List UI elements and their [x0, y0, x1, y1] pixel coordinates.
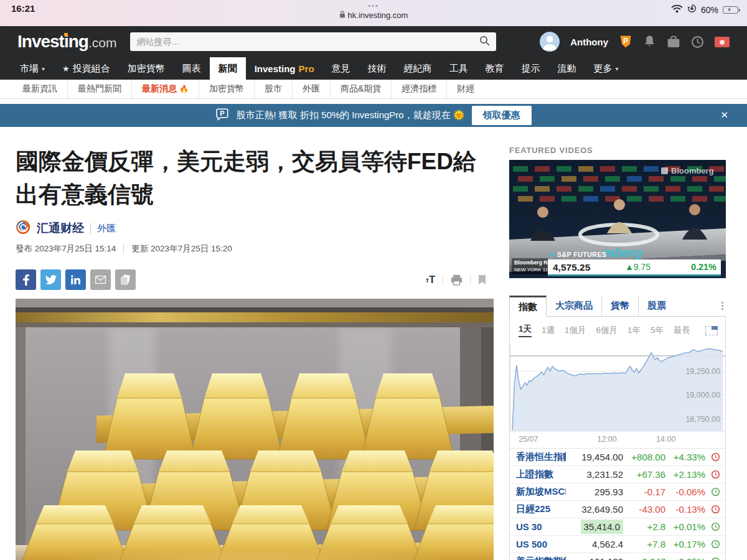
share-twitter-button[interactable]	[40, 269, 61, 290]
range-1週[interactable]: 1週	[542, 325, 555, 336]
subnav-item-economic[interactable]: 經濟指標	[391, 80, 446, 98]
print-button[interactable]	[443, 274, 470, 286]
subnav-item-crypto[interactable]: 加密貨幣	[199, 80, 254, 98]
user-name[interactable]: Anthony	[570, 37, 608, 47]
widget-kebab-icon[interactable]	[719, 296, 726, 316]
investing-logo[interactable]: Investing.com	[17, 32, 116, 52]
market-widget: 指數大宗商品貨幣股票 1天1週1個月6個月1年5年最長 19,250.0019,…	[509, 296, 726, 560]
investingpro-badge-icon[interactable]: P	[619, 34, 632, 49]
source-name[interactable]: 汇通财经	[37, 220, 84, 236]
nav-item-mobile[interactable]: 流動	[549, 57, 585, 80]
tab-dots[interactable]: •••	[0, 2, 747, 9]
table-row[interactable]: US 3035,414.0+2.8+0.01%	[510, 518, 725, 536]
svg-text:18,750.00: 18,750.00	[685, 415, 720, 424]
nav-item-more[interactable]: 更多▾	[585, 57, 627, 80]
claim-offer-button[interactable]: 領取優惠	[472, 106, 532, 125]
range-1天[interactable]: 1天	[519, 324, 532, 337]
nav-item-brokers[interactable]: 經紀商	[395, 57, 441, 80]
star-icon: ★	[62, 64, 70, 73]
text-size-button[interactable]: тT	[418, 274, 443, 286]
subnav-item-latest[interactable]: 最新資訊	[12, 80, 67, 98]
url-bar[interactable]: hk.investing.com	[0, 11, 747, 20]
share-email-button[interactable]	[90, 269, 111, 290]
chart-expand-icon[interactable]	[705, 326, 718, 335]
table-row[interactable]: 上證指數3,231.52+67.36+2.13%	[510, 466, 725, 483]
table-row[interactable]: US 5004,562.4+7.8+0.17%	[510, 536, 725, 553]
updated-time: 更新 2023年7月25日 15:20	[131, 243, 232, 254]
history-clock-icon[interactable]	[691, 35, 704, 49]
quote-change: -43.00	[623, 504, 665, 515]
quote-change-percent: +0.05%	[665, 556, 705, 560]
nav-item-investingpro[interactable]: InvestingPro	[246, 57, 323, 80]
subnav-item-forex[interactable]: 外匯	[292, 80, 330, 98]
battery-icon: ⚡	[723, 6, 738, 14]
quote-name[interactable]: US 30	[516, 521, 566, 532]
portfolio-briefcase-icon[interactable]	[667, 35, 680, 49]
status-bar: 16:21 ••• hk.investing.com	[0, 0, 747, 26]
widget-tabs: 指數大宗商品貨幣股票	[509, 296, 726, 317]
lock-icon	[339, 11, 345, 20]
quote-last: 101.139	[566, 556, 623, 560]
promo-close-icon[interactable]: ✕	[720, 110, 728, 121]
tab-commodities[interactable]: 大宗商品	[547, 296, 601, 316]
market-closed-clock-icon	[705, 470, 720, 479]
search-icon[interactable]	[479, 35, 490, 49]
quote-last: 35,414.0	[566, 521, 623, 532]
notifications-bell-icon[interactable]	[643, 35, 656, 49]
nav-item-portfolio[interactable]: ★投資組合	[54, 57, 119, 80]
nav-item-technical[interactable]: 技術	[359, 57, 395, 80]
subnav-item-stock[interactable]: 股市	[254, 80, 292, 98]
quote-name[interactable]: 香港恒生指數	[516, 451, 566, 463]
table-row[interactable]: 新加坡MSCI 期貨295.93-0.17-0.06%	[510, 483, 725, 501]
site-search[interactable]	[130, 32, 496, 51]
nav-item-tips[interactable]: 提示	[513, 57, 549, 80]
quote-last: 19,454.00	[566, 452, 623, 462]
search-input[interactable]	[136, 37, 479, 47]
range-1年[interactable]: 1年	[627, 325, 641, 336]
quote-name[interactable]: 上證指數	[516, 469, 566, 480]
share-linkedin-button[interactable]	[65, 269, 86, 290]
nav-item-tools[interactable]: 工具	[441, 57, 477, 80]
quote-name[interactable]: 美元指數期貨	[516, 556, 566, 560]
quote-change-percent: +0.01%	[665, 521, 705, 532]
subnav-item-economy[interactable]: 財經	[446, 80, 484, 98]
range-最長[interactable]: 最長	[674, 325, 690, 336]
nav-item-crypto[interactable]: 加密貨幣	[119, 57, 174, 80]
table-row[interactable]: 日經22532,649.50-43.00-0.13%	[510, 501, 725, 518]
chevron-down-icon: ▾	[42, 65, 45, 72]
bookmark-button[interactable]	[470, 274, 494, 285]
divider	[123, 245, 124, 253]
nav-item-market[interactable]: 市場▾	[11, 57, 54, 80]
range-1個月[interactable]: 1個月	[565, 325, 586, 336]
table-row[interactable]: 美元指數期貨101.139+0.047+0.05%	[510, 553, 725, 560]
nav-item-education[interactable]: 教育	[477, 57, 513, 80]
tab-currencies[interactable]: 貨幣	[601, 296, 638, 316]
svg-text:12:00: 12:00	[597, 435, 616, 444]
nav-item-charts[interactable]: 圖表	[174, 57, 210, 80]
quote-name[interactable]: 日經225	[516, 503, 566, 515]
share-copy-button[interactable]	[115, 269, 136, 290]
avatar[interactable]	[540, 32, 560, 52]
range-5年[interactable]: 5年	[651, 325, 664, 336]
ticker-label: S&P FUTURES	[557, 251, 606, 258]
subnav-item-commodities[interactable]: 商品&期貨	[330, 80, 391, 98]
market-open-clock-icon	[705, 557, 720, 560]
video-player[interactable]: Bloomberg mberg ence	[509, 160, 726, 278]
quote-name[interactable]: US 500	[516, 539, 566, 549]
sub-nav: 最新資訊最熱門新聞最新消息🔥加密貨幣股市外匯商品&期貨經濟指標財經	[0, 80, 747, 99]
category-link[interactable]: 外匯	[97, 223, 116, 235]
subnav-item-breaking[interactable]: 最新消息🔥	[131, 80, 199, 98]
edition-flag-icon[interactable]: ✽	[715, 37, 730, 47]
quote-name[interactable]: 新加坡MSCI 期貨	[516, 486, 566, 498]
subnav-item-popular[interactable]: 最熱門新聞	[67, 80, 131, 98]
range-6個月[interactable]: 6個月	[596, 325, 618, 336]
main-nav: 市場▾★投資組合加密貨幣圖表新聞InvestingPro意見技術經紀商工具教育提…	[0, 57, 747, 80]
tab-indices[interactable]: 指數	[509, 296, 547, 317]
nav-item-news[interactable]: 新聞	[210, 57, 246, 80]
svg-text:P: P	[623, 37, 628, 45]
tab-stocks[interactable]: 股票	[638, 296, 675, 316]
table-row[interactable]: 香港恒生指數19,454.00+808.00+4.33%	[510, 449, 725, 466]
nav-item-opinion[interactable]: 意見	[323, 57, 359, 80]
page-title: 國際金價反彈，美元走弱，交易員等待FED給出有意義信號	[16, 146, 494, 211]
share-facebook-button[interactable]	[16, 269, 36, 290]
